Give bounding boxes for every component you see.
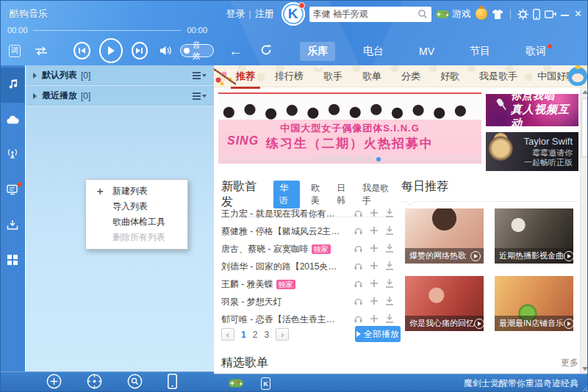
song-title[interactable]: 羽泉 - 梦想天灯 xyxy=(221,296,282,308)
daily-cover-hot-web-songs[interactable]: 爆赞的网络热歌 xyxy=(405,208,484,264)
moneybag-icon[interactable] xyxy=(476,8,487,20)
nav-item-shows[interactable]: 节目 xyxy=(462,42,498,61)
scroll-up-icon[interactable] xyxy=(581,87,588,97)
tab-artists[interactable]: 歌手 xyxy=(323,70,343,83)
menu-item-import-playlist[interactable]: 导入列表 xyxy=(86,199,187,214)
add-plus-icon[interactable] xyxy=(370,261,379,272)
rail-item-mv-news[interactable] xyxy=(1,173,25,208)
listen-headphone-icon[interactable] xyxy=(354,261,363,272)
carousel-dot[interactable] xyxy=(338,157,343,161)
game-entry[interactable]: 游戏 xyxy=(436,7,471,21)
sound-effect-toggle[interactable]: 音效 xyxy=(180,44,214,57)
promo-text[interactable]: 魔剑士觉醒带你重温奇迹经典 xyxy=(464,377,578,390)
refresh-icon[interactable] xyxy=(260,44,272,59)
phone-connect-icon[interactable] xyxy=(168,374,177,392)
tab-good-songs[interactable]: 好歌 xyxy=(440,70,459,83)
register-link[interactable]: 注册 xyxy=(255,7,274,21)
kugou-logo[interactable]: K xyxy=(282,2,305,26)
rail-item-radio-fm[interactable] xyxy=(1,138,25,173)
download-icon[interactable] xyxy=(385,261,394,272)
download-icon[interactable] xyxy=(385,279,394,290)
search-input[interactable] xyxy=(313,9,417,19)
page-number-2[interactable]: 2 xyxy=(253,330,258,340)
play-circle-icon[interactable] xyxy=(564,319,573,329)
playlist-row-default[interactable]: 默认列表 [0] xyxy=(26,65,214,86)
download-icon[interactable] xyxy=(385,244,394,255)
add-plus-icon[interactable] xyxy=(370,297,379,308)
listen-headphone-icon[interactable] xyxy=(354,314,363,325)
carousel-dot-active[interactable] xyxy=(376,157,381,161)
add-plus-icon[interactable] xyxy=(370,208,379,219)
song-row[interactable]: 刘德华 - 回家的路【2015央视春晚… xyxy=(221,258,394,275)
add-plus-icon[interactable] xyxy=(370,226,379,237)
desktop-lyric-button[interactable]: 词 xyxy=(9,45,21,57)
previous-button[interactable] xyxy=(74,42,90,59)
rail-item-local-music[interactable] xyxy=(1,68,25,103)
mini-mode-icon[interactable] xyxy=(545,10,556,19)
tab-categories[interactable]: 分类 xyxy=(401,70,420,83)
song-row[interactable]: 王力宏 - 就是现在我看你有戏【我看… xyxy=(221,205,394,222)
page-prev-button[interactable]: ‹ xyxy=(221,328,234,341)
expand-caret-icon[interactable] xyxy=(33,73,37,79)
menu-item-new-playlist[interactable]: ＋ 新建列表 xyxy=(86,184,187,199)
tab-playlists[interactable]: 歌单 xyxy=(362,70,381,83)
game-center-icon[interactable] xyxy=(229,377,243,391)
song-title[interactable]: 郁可唯 - 恋香【活色生香主题曲】 xyxy=(221,313,343,326)
content-scrollbar[interactable] xyxy=(580,87,588,374)
carousel-dot[interactable] xyxy=(367,157,371,161)
download-icon[interactable] xyxy=(385,208,394,219)
tab-recommend[interactable]: 推荐 xyxy=(236,70,255,83)
playlist-menu-icon[interactable] xyxy=(193,92,207,100)
nav-item-radio[interactable]: 电台 xyxy=(356,42,391,61)
listen-headphone-icon[interactable] xyxy=(354,226,363,237)
rail-item-download[interactable] xyxy=(1,208,25,244)
play-circle-icon[interactable] xyxy=(564,251,573,261)
add-plus-icon[interactable] xyxy=(370,279,379,290)
kugou-mobile-icon[interactable]: K xyxy=(261,377,270,390)
song-row[interactable]: 蔡健雅 - 停格【赌城风云2主题曲】 xyxy=(221,222,394,240)
song-row[interactable]: 唐古、蔡晓 - 寂寞咖啡 独家 xyxy=(221,240,394,258)
song-row[interactable]: 王麟 - 雅美蝶 独家 xyxy=(221,275,394,293)
back-icon[interactable]: ← xyxy=(229,43,243,59)
listen-headphone-icon[interactable] xyxy=(354,279,363,290)
search-icon[interactable] xyxy=(417,9,428,19)
song-title[interactable]: 唐古、蔡晓 - 寂寞咖啡 xyxy=(221,243,309,255)
tab-western[interactable]: 欧美 xyxy=(311,182,326,207)
music-search-icon[interactable] xyxy=(127,374,143,392)
shirt-skin-icon[interactable] xyxy=(492,10,503,19)
play-button[interactable] xyxy=(99,38,123,63)
ad-banner-taylor-swift[interactable]: Taylor Swift 霉霉邀请你 一起畅听正版 xyxy=(486,132,578,171)
play-all-button[interactable]: 全部播放 xyxy=(355,326,401,342)
scroll-down-icon[interactable] xyxy=(581,364,588,374)
expand-caret-icon[interactable] xyxy=(33,93,37,99)
daily-cover-heartache-memories[interactable]: 你是我心痛的回忆 xyxy=(405,276,484,331)
download-icon[interactable] xyxy=(385,297,394,308)
play-circle-icon[interactable] xyxy=(470,251,481,261)
main-carousel-banner[interactable]: 中国大型女子偶像团体S.I.N.G 练习生（二期）火热招募中 SING xyxy=(218,92,481,164)
play-circle-icon[interactable] xyxy=(474,319,484,329)
nav-item-lyrics[interactable]: 歌词 xyxy=(518,42,553,61)
nav-item-music-library[interactable]: 乐库 xyxy=(300,42,335,61)
rail-item-cloud[interactable] xyxy=(1,103,25,138)
download-icon[interactable] xyxy=(385,314,394,325)
song-row[interactable]: 羽泉 - 梦想天灯 xyxy=(221,293,394,311)
song-title[interactable]: 蔡健雅 - 停格【赌城风云2主题曲】 xyxy=(221,225,343,238)
locate-song-icon[interactable] xyxy=(87,374,102,392)
playlist-row-recent[interactable]: 最近播放 [0] xyxy=(26,86,214,106)
daily-cover-tv-film-hits[interactable]: 近期热播影视金曲 xyxy=(495,208,573,264)
resize-grip[interactable] xyxy=(581,385,588,392)
carousel-dot[interactable] xyxy=(329,157,333,161)
add-plus-icon[interactable] xyxy=(370,314,379,325)
song-title[interactable]: 刘德华 - 回家的路【2015央视春晚… xyxy=(221,261,343,273)
listen-headphone-icon[interactable] xyxy=(354,297,363,308)
phone-transfer-icon[interactable] xyxy=(533,9,540,20)
daily-cover-in-store-music[interactable]: 最潮最IN店铺音乐 xyxy=(495,276,573,331)
volume-icon[interactable] xyxy=(159,46,173,56)
scrollbar-thumb[interactable] xyxy=(581,98,588,157)
more-link[interactable]: 更多 xyxy=(561,357,578,369)
song-title[interactable]: 王麟 - 雅美蝶 xyxy=(221,278,273,291)
add-music-icon[interactable] xyxy=(46,374,62,392)
progress-bar[interactable] xyxy=(33,30,182,31)
play-mode-icon[interactable] xyxy=(34,46,49,56)
nav-item-mv[interactable]: MV xyxy=(412,43,442,60)
